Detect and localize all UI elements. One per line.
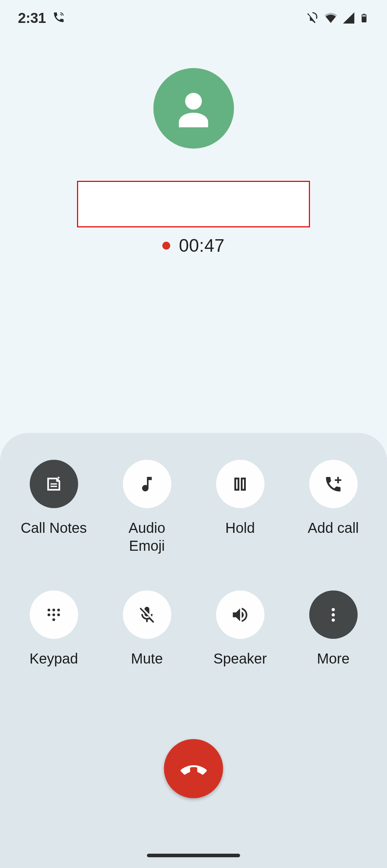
nav-handle[interactable] xyxy=(147,854,240,857)
call-notes-button[interactable] xyxy=(30,460,78,508)
wifi-icon xyxy=(323,10,338,25)
speaker-label: Speaker xyxy=(214,650,267,667)
recording-indicator-icon xyxy=(162,242,170,250)
speaker-cell: Speaker xyxy=(194,590,287,667)
more-vert-icon xyxy=(324,605,343,625)
keypad-cell: Keypad xyxy=(7,590,100,667)
battery-icon xyxy=(359,10,369,25)
status-right xyxy=(306,10,369,25)
cell-signal-icon xyxy=(342,11,355,25)
avatar[interactable] xyxy=(153,68,234,149)
call-duration-row: 00:47 xyxy=(162,235,225,256)
more-label: More xyxy=(317,650,349,667)
contact-name-field[interactable] xyxy=(77,181,310,227)
svg-rect-0 xyxy=(362,17,366,22)
dialpad-icon xyxy=(44,605,63,625)
status-left: 2:31 xyxy=(18,10,65,26)
notes-sparkle-icon xyxy=(44,474,63,494)
hold-button[interactable] xyxy=(216,460,264,508)
svg-point-4 xyxy=(48,608,51,611)
phone-plus-icon xyxy=(324,474,343,494)
mic-off-icon xyxy=(137,605,157,625)
action-grid: Call Notes Audio Emoji Hold xyxy=(0,460,387,667)
mute-label: Mute xyxy=(131,650,163,667)
svg-point-10 xyxy=(52,618,55,621)
audio-emoji-cell: Audio Emoji xyxy=(100,460,194,555)
audio-emoji-button[interactable] xyxy=(123,460,171,508)
pause-icon xyxy=(230,474,250,494)
more-cell: More xyxy=(287,590,380,667)
speaker-button[interactable] xyxy=(216,590,264,639)
phone-in-call-icon xyxy=(52,11,65,25)
status-time: 2:31 xyxy=(18,10,46,26)
svg-point-8 xyxy=(52,613,55,616)
more-button[interactable] xyxy=(309,590,358,639)
audio-emoji-label: Audio Emoji xyxy=(129,519,165,555)
keypad-button[interactable] xyxy=(30,590,78,639)
svg-point-6 xyxy=(57,608,60,611)
svg-point-12 xyxy=(332,613,335,616)
call-notes-cell: Call Notes xyxy=(7,460,100,555)
svg-point-9 xyxy=(57,613,60,616)
add-call-button[interactable] xyxy=(309,460,358,508)
phone-hangup-icon xyxy=(179,754,208,783)
mute-button[interactable] xyxy=(123,590,171,639)
call-action-sheet: Call Notes Audio Emoji Hold xyxy=(0,433,387,868)
speaker-icon xyxy=(230,605,250,625)
add-call-cell: Add call xyxy=(287,460,380,555)
keypad-label: Keypad xyxy=(29,650,78,667)
hold-cell: Hold xyxy=(194,460,287,555)
svg-point-7 xyxy=(48,613,51,616)
svg-point-11 xyxy=(332,608,335,611)
call-notes-label: Call Notes xyxy=(21,519,87,537)
svg-point-13 xyxy=(332,618,335,622)
music-note-icon xyxy=(137,474,157,494)
svg-rect-2 xyxy=(363,14,365,15)
hold-label: Hold xyxy=(225,519,255,537)
svg-point-5 xyxy=(52,608,55,611)
person-icon xyxy=(168,83,219,134)
mute-cell: Mute xyxy=(100,590,194,667)
vibrate-silent-icon xyxy=(306,11,320,25)
end-call-button[interactable] xyxy=(164,739,223,798)
caller-area: 00:47 xyxy=(0,68,387,256)
status-bar: 2:31 xyxy=(0,0,387,36)
svg-point-3 xyxy=(185,93,202,110)
add-call-label: Add call xyxy=(308,519,359,537)
call-duration: 00:47 xyxy=(179,235,225,256)
